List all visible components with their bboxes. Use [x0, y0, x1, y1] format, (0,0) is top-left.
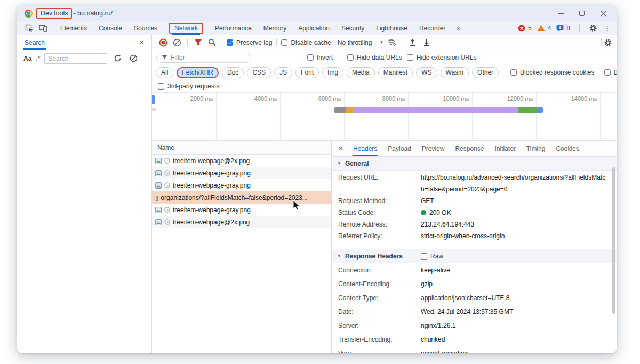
- clock-icon: [164, 182, 170, 188]
- request-row[interactable]: treeitem-webpage@2x.png: [152, 155, 331, 167]
- header-row: Connection: keep-alive: [332, 263, 617, 277]
- tab-timing[interactable]: Timing: [521, 141, 551, 156]
- gridline: [280, 93, 281, 140]
- chip-manifest[interactable]: Manifest: [378, 67, 413, 78]
- network-search-button[interactable]: [206, 37, 218, 48]
- more-options-button[interactable]: ⋮: [603, 24, 613, 33]
- request-row-selected[interactable]: {} organizations/?allFieldsMatch=false&p…: [152, 191, 331, 204]
- tab-recorder[interactable]: Recorder: [413, 21, 451, 35]
- tab-headers[interactable]: Headers: [348, 141, 382, 156]
- chip-other[interactable]: Other: [472, 67, 499, 78]
- tab-console[interactable]: Console: [93, 21, 128, 35]
- hide-extension-urls-checkbox[interactable]: Hide extension URLs: [407, 54, 477, 61]
- filter-input-box[interactable]: [156, 53, 251, 63]
- request-row[interactable]: treeitem-webpage@2x.png: [152, 216, 331, 228]
- maximize-button[interactable]: [578, 10, 586, 17]
- chip-js[interactable]: JS: [274, 67, 292, 78]
- regex-toggle[interactable]: .*: [36, 55, 40, 62]
- header-value: strict-origin-when-cross-origin: [421, 230, 617, 242]
- settings-button[interactable]: [586, 22, 600, 34]
- request-row[interactable]: treeitem-webpage-gray.png: [152, 179, 331, 191]
- chip-all[interactable]: All: [156, 67, 173, 78]
- network-overview-timeline[interactable]: 2000 ms 4000 ms 6000 ms 8000 ms 10000 ms…: [152, 93, 617, 141]
- response-headers-section-header[interactable]: ▼ Response Headers Raw: [332, 249, 617, 263]
- chip-doc[interactable]: Doc: [222, 67, 244, 78]
- export-har-button[interactable]: [420, 37, 432, 48]
- checkbox-icon: [604, 69, 611, 76]
- tab-memory[interactable]: Memory: [258, 21, 292, 35]
- request-row[interactable]: treeitem-webpage-gray.png: [152, 167, 331, 179]
- header-row: Date: Wed, 24 Jul 2024 13:57:35 GMT: [332, 305, 617, 319]
- third-party-requests-checkbox[interactable]: 3rd-party requests: [158, 83, 219, 90]
- throttling-dropdown[interactable]: No throttling ▼: [338, 39, 384, 46]
- request-list: Name treeitem-webpage@2x.png treeitem-we…: [152, 141, 332, 353]
- tab-security[interactable]: Security: [335, 21, 370, 35]
- request-row[interactable]: treeitem-webpage-gray.png: [152, 204, 331, 216]
- chip-font[interactable]: Font: [295, 67, 319, 78]
- gridline: [344, 93, 345, 140]
- tab-performance[interactable]: Performance: [209, 21, 258, 35]
- general-section-title: General: [345, 160, 369, 167]
- header-key: Referrer Policy:: [338, 230, 421, 242]
- warnings-icon[interactable]: [537, 25, 545, 31]
- devtools-body: Search ✕ Aa .*: [17, 35, 617, 353]
- tab-payload[interactable]: Payload: [382, 141, 416, 156]
- errors-icon[interactable]: [518, 25, 525, 32]
- chip-fetch-xhr[interactable]: Fetch/XHR: [177, 67, 219, 78]
- tab-lighthouse[interactable]: Lighthouse: [370, 21, 413, 35]
- issues-icon[interactable]: [556, 25, 564, 31]
- annotation-box-network: Network: [169, 23, 203, 34]
- record-button[interactable]: [157, 37, 169, 48]
- raw-checkbox[interactable]: Raw: [421, 253, 443, 260]
- more-tabs-button[interactable]: »: [451, 24, 466, 32]
- tab-search[interactable]: Search: [23, 35, 46, 50]
- header-row: Status Code: 200 OK: [332, 207, 617, 219]
- blocked-response-cookies-checkbox[interactable]: Blocked response cookies: [510, 69, 594, 76]
- name-column-header[interactable]: Name: [152, 141, 331, 155]
- tab-cookies[interactable]: Cookies: [550, 141, 584, 156]
- chip-media[interactable]: Media: [347, 67, 375, 78]
- tab-initiator[interactable]: Initiator: [489, 141, 521, 156]
- window-title-app: DevTools: [36, 8, 72, 19]
- chip-css[interactable]: CSS: [247, 67, 271, 78]
- tab-preview[interactable]: Preview: [417, 141, 450, 156]
- hide-data-urls-checkbox[interactable]: Hide data URLs: [347, 54, 402, 61]
- errors-count: 5: [528, 25, 532, 32]
- clear-network-log-button[interactable]: [171, 37, 183, 48]
- tab-response[interactable]: Response: [450, 141, 489, 156]
- match-case-toggle[interactable]: Aa: [23, 55, 31, 62]
- header-value: GET: [421, 195, 617, 207]
- search-close-button[interactable]: ✕: [137, 38, 147, 46]
- scrollbar-thumb[interactable]: [612, 167, 615, 314]
- chip-wasm[interactable]: Wasm: [441, 67, 469, 78]
- invert-checkbox[interactable]: Invert: [307, 54, 333, 61]
- tab-application[interactable]: Application: [292, 21, 335, 35]
- chip-img[interactable]: Img: [322, 67, 343, 78]
- search-refresh-button[interactable]: [111, 53, 123, 64]
- general-section-header[interactable]: ▼ General: [332, 157, 617, 171]
- details-close-button[interactable]: ✕: [334, 144, 348, 152]
- network-settings-button[interactable]: [599, 38, 612, 47]
- minimize-button[interactable]: [557, 10, 564, 17]
- header-key: Request URL:: [338, 172, 421, 195]
- device-toolbar-button[interactable]: [36, 22, 50, 34]
- tab-elements[interactable]: Elements: [54, 21, 93, 35]
- disable-cache-checkbox[interactable]: Disable cache: [281, 39, 331, 46]
- header-row: Referrer Policy: strict-origin-when-cros…: [332, 230, 617, 242]
- issues-count: 8: [566, 25, 570, 32]
- close-button[interactable]: [599, 10, 607, 17]
- filter-input[interactable]: [171, 54, 235, 61]
- filter-toggle-button[interactable]: [192, 37, 204, 48]
- search-input[interactable]: [44, 53, 107, 64]
- blocked-requests-checkbox[interactable]: Blocked requests: [604, 69, 617, 76]
- preserve-log-checkbox[interactable]: Preserve log: [227, 39, 272, 46]
- tab-sources[interactable]: Sources: [128, 21, 163, 35]
- search-clear-button[interactable]: [127, 53, 139, 64]
- network-conditions-button[interactable]: [386, 37, 397, 48]
- header-key: Transfer-Encoding:: [338, 333, 421, 346]
- import-har-button[interactable]: [406, 37, 418, 48]
- inspect-element-button[interactable]: [22, 22, 36, 34]
- overview-mini-bar: [152, 108, 156, 111]
- chip-ws[interactable]: WS: [416, 67, 437, 78]
- tab-network[interactable]: Network: [163, 21, 209, 35]
